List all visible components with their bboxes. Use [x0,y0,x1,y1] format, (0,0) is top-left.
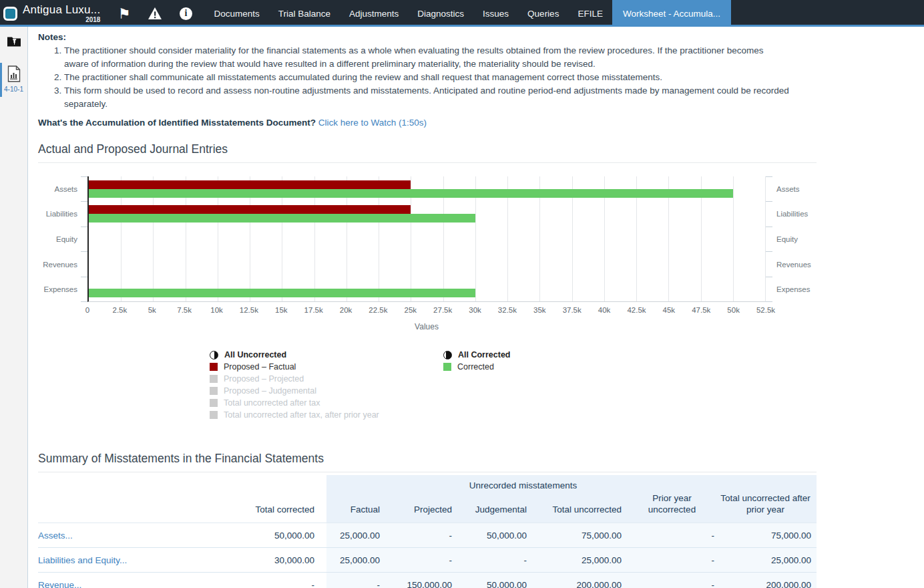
column-header-label [38,492,201,523]
axis-tick [81,176,87,177]
row-link-assets[interactable]: Assets... [38,531,73,541]
row-label-cell: Liabilities and Equity... [38,548,201,573]
x-tick-label: 2.5k [113,306,128,314]
nav-item-documents[interactable]: Documents [204,0,268,27]
legend-item-proposed-projected[interactable]: Proposed – Projected [210,373,443,385]
x-tick-label: 40k [598,306,611,314]
spacer-cell [720,475,817,492]
x-tick-label: 5k [148,306,156,314]
legend-uncorrected-column: All Uncorrected Proposed – FactualPropos… [210,349,443,421]
tab-worksheet-active[interactable]: Worksheet - Accumula... [612,0,731,27]
nav-item-queries[interactable]: Queries [518,0,568,27]
group-header-cell: Unrecorded misstatements [326,475,720,492]
legend-item-total-uncorrected-after-tax-after-prior-year[interactable]: Total uncorrected after tax, after prior… [210,409,443,421]
nav-item-adjustments[interactable]: Adjustments [340,0,408,27]
value-cell: - [201,573,326,588]
value-cell: 50,000.00 [460,573,535,588]
video-question: What's the Accumulation of Identified Mi… [38,118,316,128]
x-tick-label: 35k [533,306,546,314]
chart-plot-area [87,176,766,302]
value-cell: 75,000.00 [535,523,630,548]
legend-item-label: Total uncorrected after tax, after prior… [224,410,379,420]
column-header-projected: Projected [388,492,460,523]
bar-row-liabilities [89,201,765,227]
video-link[interactable]: Click here to Watch (1:50s) [318,118,427,128]
row-label-cell: Assets... [38,523,201,548]
legend-item-proposed-factual[interactable]: Proposed – Factual [210,361,443,373]
chart-x-ticks: 02.5k5k7.5k10k12.5k15k17.5k20k22.5k25k27… [87,306,766,317]
category-label-assets: Assets [38,185,87,193]
value-cell: - [388,523,460,548]
axis-tick [81,227,87,227]
x-tick-label: 30k [469,306,481,314]
value-cell: - [326,573,388,588]
app-brand: Antigua Luxu... 2018 [0,0,107,27]
note-item: The practitioner should consider materia… [64,44,789,71]
column-header-judgemental: Judgemental [460,492,535,523]
journal-entries-chart: AssetsLiabilitiesEquityRevenuesExpenses … [38,176,817,331]
section-divider-2 [38,472,817,472]
value-cell: 25,000.00 [535,548,630,573]
chart-section-title: Actual and Proposed Journal Entries [38,142,817,156]
x-tick-label: 27.5k [433,306,452,314]
value-cell: 25,000.00 [326,548,388,573]
bar-row-revenues [89,251,765,277]
value-cell: - [630,523,720,548]
legend-corrected-column: All Corrected Corrected [443,349,677,421]
app-logo-icon [3,7,17,21]
legend-item-total-uncorrected-after-tax[interactable]: Total uncorrected after tax [210,397,443,409]
table-body: Assets...50,000.0025,000.00-50,000.0075,… [38,523,817,588]
value-cell: 200,000.00 [720,573,817,588]
sidebar-doc-label: 4-10-1 [0,86,27,93]
value-cell: - [630,573,720,588]
value-cell: 50,000.00 [460,523,535,548]
sidebar-item-4-10-1[interactable]: 4-10-1 [0,63,27,97]
nav-item-diagnostics[interactable]: Diagnostics [408,0,473,27]
top-navbar: Antigua Luxu... 2018 ⚑ i DocumentsTrial … [0,0,924,27]
category-label-equity: Equity [766,235,817,243]
group-header-row: Unrecorded misstatements [38,475,817,492]
category-label-liabilities: Liabilities [38,210,87,218]
legend-all-corrected-toggle[interactable]: All Corrected [443,349,677,361]
legend-swatch [210,411,218,419]
warning-triangle-icon[interactable] [147,5,163,21]
x-tick-label: 50k [727,306,740,314]
category-label-liabilities: Liabilities [766,210,817,218]
notes-list: The practitioner should consider materia… [38,44,789,111]
x-tick-label: 42.5k [627,306,646,314]
engagement-title: Antigua Luxu... [23,3,100,16]
column-header-total-corrected: Total corrected [201,492,326,523]
legend-item-corrected[interactable]: Corrected [443,361,677,373]
row-link-liabilities-and-equity[interactable]: Liabilities and Equity... [38,555,127,565]
legend-swatch [210,375,218,383]
row-link-revenue[interactable]: Revenue... [38,580,81,588]
nav-item-issues[interactable]: Issues [473,0,518,27]
pinned-folder-icon[interactable] [6,35,22,47]
misstatements-summary-table: Unrecorded misstatementsTotal correctedF… [38,475,817,588]
chart-legend: All Uncorrected Proposed – FactualPropos… [38,349,817,421]
value-cell: 50,000.00 [201,523,326,548]
x-tick-label: 45k [663,306,676,314]
legend-item-proposed-judgemental[interactable]: Proposed – Judgemental [210,385,443,397]
legend-swatch [210,387,218,395]
mostly-filled-circle-icon [443,351,452,359]
axis-tick [81,301,87,302]
bar-proposed-factual-liabilities [89,205,411,214]
section-divider [38,162,817,163]
category-label-revenues: Revenues [38,261,87,269]
spacer-cell [38,475,326,492]
category-label-expenses: Expenses [766,285,817,293]
chart-right-axis-labels: AssetsLiabilitiesEquityRevenuesExpenses [766,176,817,302]
x-tick-label: 22.5k [369,306,387,314]
document-sidebar: 4-10-1 [0,27,28,588]
bar-corrected-liabilities [89,214,475,223]
flag-icon[interactable]: ⚑ [116,5,132,21]
category-label-revenues: Revenues [766,261,817,269]
table-row-assets: Assets...50,000.0025,000.00-50,000.0075,… [38,523,817,548]
legend-all-uncorrected-toggle[interactable]: All Uncorrected [210,349,443,361]
nav-item-trial-balance[interactable]: Trial Balance [269,0,340,27]
info-circle-icon[interactable]: i [178,5,194,21]
x-tick-label: 0 [85,306,89,314]
nav-item-efile[interactable]: EFILE [568,0,612,27]
document-chart-icon [7,65,21,82]
